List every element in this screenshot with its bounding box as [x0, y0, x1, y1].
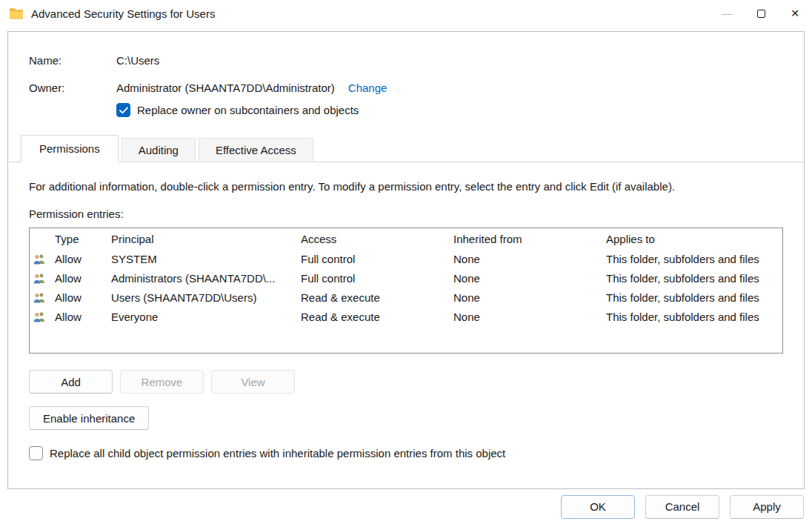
folder-icon — [9, 7, 24, 19]
cell-inherited-from: None — [453, 311, 606, 323]
cell-inherited-from: None — [453, 253, 606, 265]
apply-button[interactable]: Apply — [730, 495, 804, 519]
cell-type: Allow — [55, 272, 111, 285]
replace-child-checkbox-row[interactable]: Replace all child object permission entr… — [29, 446, 783, 460]
cell-principal: Everyone — [111, 311, 301, 323]
cell-access: Read & execute — [301, 291, 453, 304]
name-label: Name: — [29, 54, 116, 67]
enable-inheritance-button[interactable]: Enable inheritance — [29, 406, 149, 430]
users-icon — [30, 292, 55, 303]
replace-child-checkbox[interactable] — [29, 446, 43, 460]
titlebar: Advanced Security Settings for Users — ✕ — [0, 0, 812, 27]
cell-inherited-from: None — [453, 291, 606, 304]
column-header-type[interactable]: Type — [55, 233, 111, 245]
permission-entries-table: Type Principal Access Inherited from App… — [29, 228, 783, 354]
replace-child-checkbox-label: Replace all child object permission entr… — [50, 447, 505, 460]
cell-principal: SYSTEM — [111, 253, 301, 265]
cell-type: Allow — [55, 253, 111, 265]
cell-type: Allow — [55, 291, 111, 304]
cell-access: Read & execute — [301, 311, 453, 323]
header-section: Name: C:\Users Owner: Administrator (SHA… — [8, 32, 804, 117]
users-icon — [30, 253, 55, 265]
column-header-inherited-from[interactable]: Inherited from — [453, 233, 606, 245]
owner-value: Administrator (SHAANTA7DD\Administrator) — [116, 82, 335, 94]
users-icon — [30, 273, 55, 284]
tab-strip: Permissions Auditing Effective Access — [8, 135, 804, 162]
dialog-body: Name: C:\Users Owner: Administrator (SHA… — [7, 31, 805, 489]
column-header-access[interactable]: Access — [301, 233, 453, 245]
maximize-button[interactable] — [744, 0, 778, 27]
owner-row: Owner: Administrator (SHAANTA7DD\Adminis… — [29, 82, 783, 94]
close-button[interactable]: ✕ — [778, 0, 812, 27]
cell-inherited-from: None — [453, 272, 606, 285]
cell-access: Full control — [301, 253, 453, 265]
cell-type: Allow — [55, 311, 111, 323]
change-owner-link[interactable]: Change — [348, 82, 387, 94]
tab-permissions[interactable]: Permissions — [21, 135, 119, 162]
inheritance-row: Enable inheritance — [29, 406, 783, 430]
replace-owner-checkbox[interactable] — [116, 103, 130, 117]
tab-auditing[interactable]: Auditing — [122, 138, 196, 162]
info-text: For additional information, double-click… — [29, 180, 783, 193]
action-buttons: Add Remove View — [29, 370, 783, 394]
cell-applies-to: This folder, subfolders and files — [606, 253, 782, 265]
name-row: Name: C:\Users — [29, 54, 783, 67]
table-row[interactable]: Allow SYSTEM Full control None This fold… — [30, 249, 782, 268]
replace-owner-checkbox-row[interactable]: Replace owner on subcontainers and objec… — [116, 103, 783, 117]
users-icon — [30, 311, 55, 322]
ok-button[interactable]: OK — [561, 495, 635, 519]
add-button[interactable]: Add — [29, 370, 113, 394]
cancel-button[interactable]: Cancel — [645, 495, 719, 519]
table-row[interactable]: Allow Everyone Read & execute None This … — [30, 307, 782, 326]
table-row[interactable]: Allow Users (SHAANTA7DD\Users) Read & ex… — [30, 288, 782, 307]
remove-button[interactable]: Remove — [120, 370, 204, 394]
permission-entries-label: Permission entries: — [29, 208, 783, 220]
cell-applies-to: This folder, subfolders and files — [606, 311, 782, 323]
footer: OK Cancel Apply — [0, 489, 812, 524]
column-header-applies-to[interactable]: Applies to — [606, 233, 782, 245]
column-header-principal[interactable]: Principal — [111, 233, 301, 245]
table-header-row: Type Principal Access Inherited from App… — [30, 228, 782, 249]
cell-principal: Administrators (SHAANTA7DD\... — [111, 272, 301, 285]
cell-applies-to: This folder, subfolders and files — [606, 272, 782, 285]
permissions-tab-content: For additional information, double-click… — [8, 162, 804, 460]
minimize-button[interactable]: — — [710, 0, 744, 27]
cell-access: Full control — [301, 272, 453, 285]
cell-principal: Users (SHAANTA7DD\Users) — [111, 291, 301, 304]
name-value: C:\Users — [116, 54, 159, 67]
view-button[interactable]: View — [211, 370, 295, 394]
window-title: Advanced Security Settings for Users — [31, 7, 215, 20]
replace-owner-checkbox-label: Replace owner on subcontainers and objec… — [137, 104, 359, 116]
cell-applies-to: This folder, subfolders and files — [606, 291, 782, 304]
tab-effective-access[interactable]: Effective Access — [199, 138, 313, 162]
table-row[interactable]: Allow Administrators (SHAANTA7DD\... Ful… — [30, 268, 782, 288]
owner-label: Owner: — [29, 82, 116, 94]
